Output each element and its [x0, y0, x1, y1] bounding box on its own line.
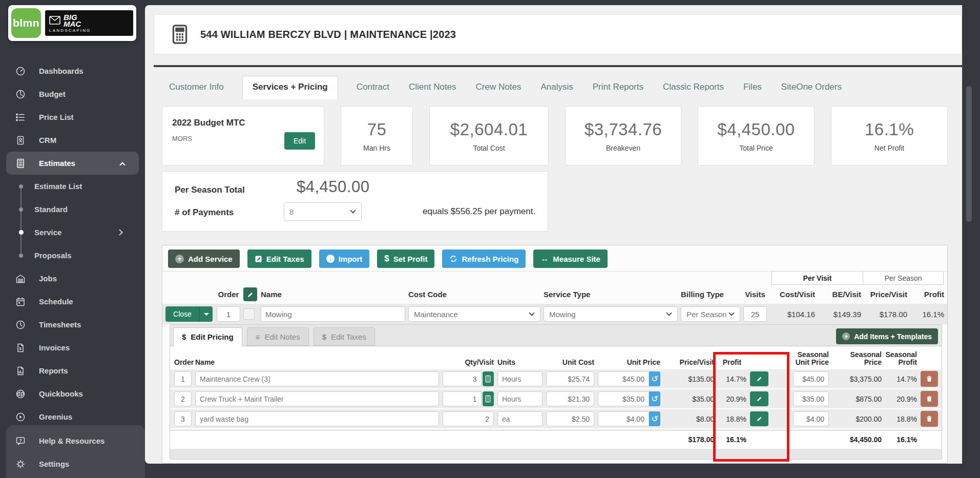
service-order-input[interactable]: [217, 306, 240, 322]
add-service-button[interactable]: + Add Service: [168, 250, 240, 268]
lmn-logo[interactable]: blmn: [11, 8, 41, 38]
delete-item-button[interactable]: [921, 411, 938, 427]
undo-price-button[interactable]: ↺: [649, 391, 660, 406]
items-table: Order Name Qty/Visit Units Unit Cost Uni…: [170, 346, 942, 448]
sidebar-item-help[interactable]: ? Help & Resources: [6, 429, 145, 452]
import-button[interactable]: ↓ Import: [319, 250, 370, 268]
item-unit-cost-input[interactable]: [546, 411, 594, 426]
item-seasonal-unit-price-input[interactable]: [793, 391, 829, 406]
item-unit-cost-input[interactable]: [546, 391, 594, 406]
billing-type-select[interactable]: Per Season: [681, 306, 740, 322]
payments-select[interactable]: 8: [284, 202, 362, 221]
item-units-input[interactable]: [497, 411, 543, 426]
sidebar-item-timesheets[interactable]: Timesheets: [0, 313, 145, 336]
sidebar-item-service[interactable]: Service: [0, 221, 145, 244]
cost-code-select[interactable]: Maintenance: [408, 306, 540, 322]
visits-input[interactable]: [743, 306, 767, 322]
item-profit: 18.8%: [718, 415, 746, 423]
tab-analysis[interactable]: Analysis: [539, 77, 574, 97]
sidebar-item-label: Settings: [39, 460, 69, 468]
item-unit-price-input[interactable]: [598, 411, 649, 426]
item-name-input[interactable]: [195, 391, 439, 406]
edit-profit-button[interactable]: [750, 391, 768, 406]
tab-siteone-orders[interactable]: SiteOne Orders: [780, 77, 843, 97]
tab-crew-notes[interactable]: Crew Notes: [475, 77, 523, 97]
chevron-down-icon: [666, 310, 672, 316]
sidebar-item-estimate-list[interactable]: Estimate List: [0, 175, 145, 198]
item-seasonal-unit-price-input[interactable]: [793, 411, 829, 426]
sidebar-item-reports[interactable]: Reports: [0, 359, 145, 382]
item-seasonal-unit-price-input[interactable]: [793, 371, 829, 386]
delete-item-button[interactable]: [921, 391, 938, 407]
tab-client-notes[interactable]: Client Notes: [408, 77, 457, 97]
edit-profit-button[interactable]: [750, 371, 768, 386]
item-seasonal-price: $3,375.00: [832, 375, 882, 383]
item-unit-price-input[interactable]: [598, 391, 649, 406]
item-order-input[interactable]: [174, 391, 192, 406]
sidebar-item-settings[interactable]: Settings: [6, 452, 145, 475]
add-items-templates-button[interactable]: + Add Items + Templates: [836, 328, 938, 344]
service-name-input[interactable]: [261, 306, 405, 322]
item-name-input[interactable]: [195, 371, 439, 386]
sidebar-item-invoices[interactable]: $ Invoices: [0, 336, 145, 359]
stat-label: Man Hrs: [363, 144, 390, 152]
item-order-input[interactable]: [174, 411, 192, 426]
sidebar-item-quickbooks[interactable]: Quickbooks: [0, 382, 145, 405]
item-units-input[interactable]: [497, 391, 543, 406]
calculator-button[interactable]: [483, 371, 494, 386]
item-qty-input[interactable]: [443, 411, 494, 426]
item-seasonal-price: $200.00: [832, 415, 882, 423]
item-unit-price-input[interactable]: [598, 371, 649, 386]
budget-name: 2022 Budget MTC: [172, 118, 245, 128]
delete-item-button[interactable]: [921, 371, 938, 387]
calculator-button[interactable]: [483, 391, 494, 406]
sidebar-item-price-list[interactable]: Price List: [0, 106, 145, 129]
sidebar-item-standard[interactable]: Standard: [0, 198, 145, 221]
tab-edit-pricing[interactable]: $ Edit Pricing: [173, 327, 242, 346]
per-visit-toggle[interactable]: Per Visit: [772, 271, 863, 285]
edit-budget-button[interactable]: Edit: [284, 132, 315, 150]
item-seasonal-profit: 20.9%: [885, 395, 917, 403]
item-qty-input[interactable]: [443, 371, 482, 386]
edit-profit-button[interactable]: [750, 411, 768, 426]
item-units-input[interactable]: [497, 371, 543, 386]
service-checkbox[interactable]: [243, 308, 255, 320]
tab-contract[interactable]: Contract: [356, 77, 390, 97]
item-qty-input[interactable]: [443, 391, 482, 406]
sidebar-item-schedule[interactable]: Schedule: [0, 290, 145, 313]
item-order-input[interactable]: [174, 371, 192, 386]
tab-services-pricing[interactable]: Services + Pricing: [242, 76, 338, 99]
sidebar-item-budget[interactable]: Budget: [0, 82, 145, 106]
gauge-icon: [15, 66, 26, 76]
per-season-panel: Per Season Total $4,450.00 # of Payments…: [162, 171, 548, 232]
tab-classic-reports[interactable]: Classic Reports: [662, 77, 725, 97]
sidebar-item-jobs[interactable]: Jobs: [0, 267, 145, 290]
sidebar-bottom-panel: ? Help & Resources Settings: [6, 425, 145, 478]
sidebar-item-proposals[interactable]: Proposals: [0, 244, 145, 267]
measure-site-button[interactable]: ↔ Measure Site: [533, 250, 608, 268]
reorder-pen-button[interactable]: [243, 287, 257, 301]
tab-print-reports[interactable]: Print Reports: [592, 77, 644, 97]
item-name-input[interactable]: [195, 411, 439, 426]
item-seasonal-profit: 18.8%: [885, 415, 917, 423]
close-dropdown-toggle[interactable]: [199, 306, 213, 322]
edit-taxes-button[interactable]: Edit Taxes: [247, 250, 311, 268]
sidebar-item-dashboards[interactable]: Dashboards: [0, 59, 145, 82]
refresh-pricing-button[interactable]: Refresh Pricing: [442, 250, 526, 268]
tab-customer-info[interactable]: Customer Info: [168, 77, 225, 97]
svg-text:$: $: [19, 346, 22, 350]
sidebar-item-crm[interactable]: CRM: [0, 129, 145, 152]
sidebar-item-estimates[interactable]: Estimates: [6, 152, 139, 175]
scrollbar-thumb[interactable]: [966, 86, 972, 222]
undo-price-button[interactable]: ↺: [649, 371, 660, 386]
tab-edit-notes[interactable]: ≡ Edit Notes: [247, 327, 309, 346]
service-type-select[interactable]: Mowing: [544, 306, 678, 322]
undo-price-button[interactable]: ↺: [649, 411, 660, 426]
per-season-toggle[interactable]: Per Season: [863, 271, 944, 285]
close-service-button[interactable]: Close: [165, 306, 213, 322]
item-unit-cost-input[interactable]: [546, 371, 594, 386]
set-profit-button[interactable]: $ Set Profit: [377, 250, 434, 268]
tab-files[interactable]: Files: [742, 77, 763, 97]
tab-edit-taxes[interactable]: $ Edit Taxes: [314, 327, 375, 346]
tab-bar: Customer Info Services + Pricing Contrac…: [168, 72, 843, 97]
